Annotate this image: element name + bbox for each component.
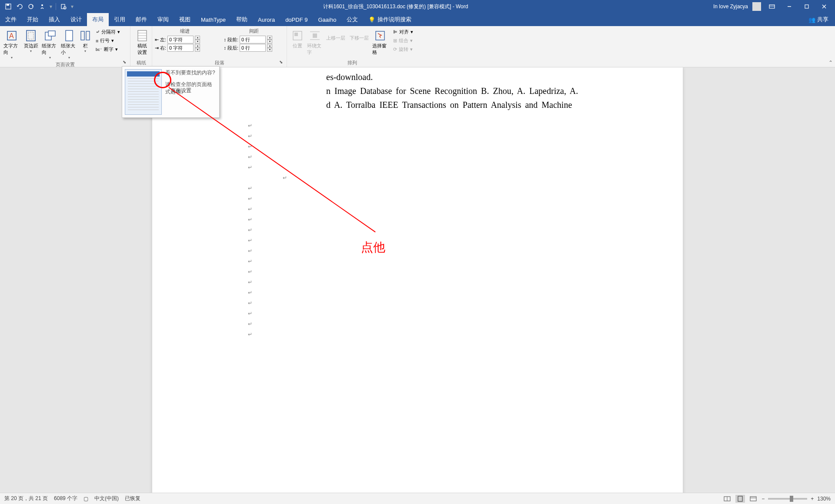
tab-gaaiho[interactable]: Gaaiho [313,13,341,26]
svg-rect-25 [294,33,298,36]
group-button: ⊞组合 ▾ [391,37,415,45]
tell-me-search[interactable]: 💡 操作说明搜索 [363,16,417,23]
spinner-down[interactable]: ▾ [195,40,200,43]
close-icon[interactable] [818,2,831,11]
spinner-down[interactable]: ▾ [267,48,272,52]
manuscript-icon [135,29,149,43]
group-label-page-setup: 页面设置 [3,60,127,68]
margins-button[interactable]: 页边距 ▾ [22,28,40,54]
tab-mailings[interactable]: 邮件 [130,13,152,26]
spacing-after-input[interactable] [240,44,266,52]
svg-rect-19 [86,31,90,40]
undo-icon[interactable] [16,3,23,10]
paragraph-mark: ↵ [248,120,631,131]
spinner-up[interactable]: ▴ [195,44,200,48]
indent-left-input[interactable] [167,36,194,43]
tab-insert[interactable]: 插入 [43,13,65,26]
group-label-paragraph: 段落 [155,59,284,66]
tab-file[interactable]: 文件 [0,13,22,26]
zoom-in-button[interactable]: + [811,496,814,502]
zoom-slider[interactable] [768,498,807,500]
tab-view[interactable]: 视图 [174,13,196,26]
manuscript-button[interactable]: 稿纸 设置 [133,28,151,57]
spinner-up[interactable]: ▴ [195,36,200,40]
tab-help[interactable]: 帮助 [231,13,253,26]
save-icon[interactable] [4,3,12,10]
page-setup-dialog-launcher[interactable]: ⬊ [123,60,129,66]
forward-button: 上移一层 [324,34,347,42]
selection-pane-button[interactable]: 选择窗格 [371,28,389,57]
tab-review[interactable]: 审阅 [152,13,174,26]
svg-rect-6 [769,5,775,8]
svg-rect-26 [313,33,317,38]
ribbon-options-icon[interactable] [765,2,778,11]
hyphenation-button[interactable]: bc⁻断字 ▾ [94,45,122,53]
indent-right-icon: ⇥ [155,45,159,51]
tab-dopdf[interactable]: doPDF 9 [280,13,313,26]
spell-check-icon[interactable]: ▢ [84,496,88,502]
paragraph-mark: ↵ [248,287,631,298]
word-count[interactable]: 6089 个字 [54,495,77,502]
quick-access-toolbar: ▾ ▾ [0,3,78,10]
group-arrange: 位置 环绕文字 上移一层 下移一层 选择窗格 ⊫对齐 ▾ ⊞组合 ▾ ⟳旋转 ▾ [287,26,418,67]
print-preview-icon[interactable] [60,3,67,10]
tab-gongwen[interactable]: 公文 [341,13,363,26]
svg-rect-18 [81,31,84,40]
minimize-icon[interactable] [783,2,796,11]
spacing-before-row: ↕ 段前: ▴▾ [224,36,284,43]
web-layout-icon[interactable] [748,495,758,503]
breaks-icon: ⤶ [96,29,100,35]
rotate-icon: ⟳ [393,47,397,52]
page-indicator[interactable]: 第 20 页，共 21 页 [4,495,48,502]
spacing-before-input[interactable] [240,36,266,43]
line-numbers-button[interactable]: ≡行号 ▾ [94,37,122,45]
align-button[interactable]: ⊫对齐 ▾ [391,28,415,36]
redo-icon[interactable] [27,3,35,10]
paragraph-mark: ↵ [248,246,631,256]
paragraph-mark: ↵ [248,131,631,141]
paragraph-mark: ↵ [248,277,631,287]
columns-icon [78,29,92,43]
spinner-down[interactable]: ▾ [195,48,200,52]
spinner-up[interactable]: ▴ [267,36,272,40]
columns-button[interactable]: 栏 ▾ [79,28,91,54]
tab-home[interactable]: 开始 [22,13,43,26]
collapse-ribbon-icon[interactable]: ⌃ [828,60,833,66]
indent-right-input[interactable] [167,44,194,52]
spinner-up[interactable]: ▴ [267,44,272,48]
paragraph-dialog-launcher[interactable]: ⬊ [279,60,285,66]
spacing-before-icon: ↕ [224,37,227,42]
svg-rect-16 [48,31,55,36]
spinner-down[interactable]: ▾ [267,40,272,43]
group-manuscript: 稿纸 设置 稿纸 [130,26,152,67]
title-bar: ▾ ▾ 计科1601_徐自强_1030416113.doc (修复的) [兼容模… [0,0,835,13]
read-mode-icon[interactable] [722,495,732,503]
share-button[interactable]: 👥 共享 [808,16,835,23]
paragraph-mark: ↵ [248,235,631,246]
tab-design[interactable]: 设计 [65,13,87,26]
touch-icon[interactable] [38,3,46,10]
tab-aurora[interactable]: Aurora [253,13,280,26]
print-layout-icon[interactable] [735,495,745,503]
zoom-level[interactable]: 130% [817,496,831,502]
breaks-button[interactable]: ⤶分隔符 ▾ [94,28,122,36]
bulb-icon: 💡 [368,17,375,23]
size-button[interactable]: 纸张大小 ▾ [60,28,78,60]
svg-rect-17 [66,30,73,41]
doc-line-3: d A. Torralba IEEE Transactions on Patte… [326,98,631,112]
text-direction-button[interactable]: A 文字方向 ▾ [3,28,21,60]
paragraph-mark: ↵ [248,141,631,152]
rotate-button: ⟳旋转 ▾ [391,45,415,53]
orientation-button[interactable]: 纸张方向 ▾ [41,28,59,60]
tab-references[interactable]: 引用 [109,13,130,26]
zoom-out-button[interactable]: − [762,496,765,502]
selection-pane-icon [373,29,387,43]
tab-layout[interactable]: 布局 [87,13,109,26]
group-paragraph: 缩进 ⇤ 左: ▴▾ ⇥ 右: ▴▾ 间距 ↕ 段前: [152,26,287,67]
language-indicator[interactable]: 中文(中国) [94,495,119,502]
paragraph-mark: ↵ [248,267,631,277]
paragraph-mark: ↵ [248,308,631,319]
maximize-icon[interactable] [800,2,813,11]
tab-mathtype[interactable]: MathType [196,13,231,26]
avatar[interactable] [752,2,761,11]
